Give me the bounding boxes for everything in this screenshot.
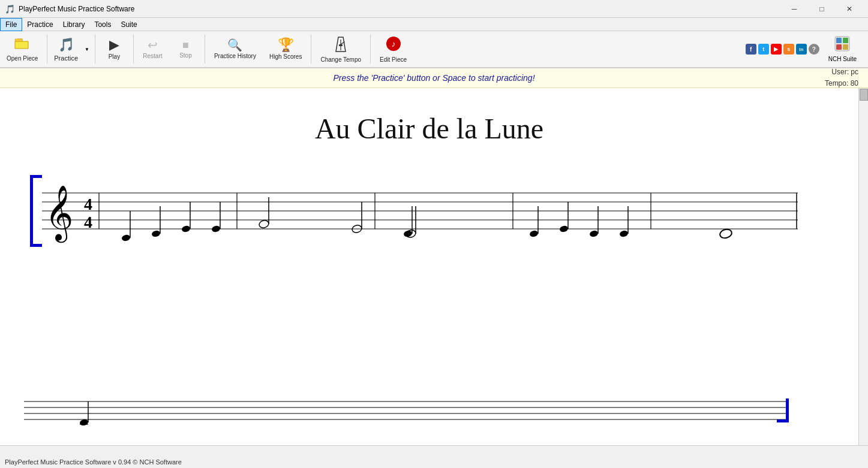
svg-point-49 [559,225,569,233]
sep-3 [133,35,134,64]
practice-history-button[interactable]: 🔍 Practice History [208,32,263,66]
practice-icon: 🎵 [58,37,74,53]
svg-point-51 [589,230,599,237]
play-button[interactable]: ▶ Play [98,32,131,66]
practice-dropdown-button[interactable]: ▼ [82,32,92,66]
restart-icon: ↩ [148,39,158,51]
toolbar-right: f t ▶ s in ? NCH Suite [746,32,868,66]
second-staff-svg [12,395,792,425]
sep-2 [95,35,95,64]
svg-rect-10 [843,38,848,43]
practice-message: Press the 'Practice' button or Space to … [333,73,534,83]
app-icon: 🎵 [5,4,15,14]
facebook-icon[interactable]: f [746,44,756,55]
song-title: Au Clair de la Lune [18,112,840,145]
menubar: File Practice Library Tools Suite [0,18,868,31]
restart-label: Restart [143,53,162,59]
user-label: User: pc [825,67,858,78]
user-tempo-info: User: pc Tempo: 80 [825,67,858,89]
second-staff [12,395,840,427]
music-staff: 𝄞 4 4 [30,169,828,255]
edit-piece-button[interactable]: ♪ Edit Piece [373,32,413,66]
status-text: PlayPerfect Music Practice Software v 0.… [5,458,182,466]
menu-suite[interactable]: Suite [116,18,142,31]
high-scores-button[interactable]: 🏆 High Scores [263,32,308,66]
maximize-button[interactable]: □ [808,0,836,18]
main-content: Au Clair de la Lune 𝄞 4 4 [0,88,868,445]
svg-text:4: 4 [84,195,92,213]
edit-piece-icon: ♪ [385,35,402,55]
menu-library[interactable]: Library [58,18,90,31]
svg-text:♪: ♪ [391,40,395,49]
social-icons: f t ▶ s in ? [746,44,819,55]
infobar: Press the 'Practice' button or Space to … [0,68,868,88]
chevron-down-icon: ▼ [85,47,89,52]
svg-rect-14 [30,175,42,178]
svg-rect-13 [30,175,33,247]
svg-rect-60 [786,398,789,422]
practice-label: Practice [54,55,78,62]
practice-button-group: 🎵 Practice ▼ [50,32,92,66]
practice-button[interactable]: 🎵 Practice [50,32,82,66]
soundcloud-icon[interactable]: s [783,44,794,55]
stop-icon: ■ [182,40,189,50]
toolbar: Open Piece 🎵 Practice ▼ ▶ Play ↩ Restart… [0,31,868,68]
titlebar: 🎵 PlayPerfect Music Practice Software ─ … [0,0,868,18]
restart-button[interactable]: ↩ Restart [136,32,169,66]
menu-tools[interactable]: Tools [89,18,116,31]
horizontal-scrollbar[interactable] [0,445,868,455]
open-piece-button[interactable]: Open Piece [0,32,44,66]
svg-text:4: 4 [84,213,92,231]
change-tempo-label: Change Tempo [320,56,361,63]
twitter-icon[interactable]: t [758,44,769,55]
menu-practice[interactable]: Practice [22,18,58,31]
sep-5 [311,35,311,64]
close-button[interactable]: ✕ [836,0,863,18]
svg-point-37 [211,225,221,233]
linkedin-icon[interactable]: in [796,44,807,55]
svg-rect-61 [777,419,789,422]
change-tempo-button[interactable]: Change Tempo [314,32,368,66]
svg-rect-1 [15,39,22,41]
help-icon[interactable]: ? [809,44,819,55]
svg-point-53 [619,230,629,237]
svg-rect-11 [836,44,842,50]
svg-point-33 [151,230,161,237]
nch-suite-button[interactable]: NCH Suite [822,33,863,65]
svg-rect-12 [843,44,848,50]
sheet-area: Au Clair de la Lune 𝄞 4 4 [0,88,868,445]
scroll-track[interactable] [0,446,868,455]
svg-point-35 [181,225,191,233]
svg-point-39 [259,219,270,229]
svg-point-47 [529,230,539,237]
svg-rect-5 [339,44,343,46]
metronome-icon [334,36,348,55]
open-piece-label: Open Piece [7,55,38,62]
edit-piece-label: Edit Piece [380,56,407,63]
nch-suite-label: NCH Suite [828,56,857,62]
svg-text:𝄞: 𝄞 [45,186,73,243]
menu-file[interactable]: File [0,18,22,31]
practice-history-label: Practice History [214,53,256,59]
high-scores-label: High Scores [269,53,302,60]
stop-label: Stop [179,52,192,59]
stop-button[interactable]: ■ Stop [169,32,202,66]
nch-suite-icon [834,36,850,55]
sep-1 [47,35,47,64]
music-staff-svg: 𝄞 4 4 [30,169,798,253]
play-label: Play [109,53,120,60]
app-title: PlayPerfect Music Practice Software [19,5,780,13]
minimize-button[interactable]: ─ [780,0,808,18]
practice-history-icon: 🔍 [227,39,242,51]
sep-4 [205,35,205,64]
svg-point-55 [719,228,733,240]
svg-rect-9 [836,38,842,43]
trophy-icon: 🏆 [278,38,294,52]
svg-rect-15 [30,244,42,247]
window-controls: ─ □ ✕ [780,0,863,18]
sep-6 [370,35,371,64]
open-piece-icon [14,37,31,53]
youtube-icon[interactable]: ▶ [771,44,782,55]
play-icon: ▶ [109,38,119,52]
statusbar: PlayPerfect Music Practice Software v 0.… [0,455,868,468]
